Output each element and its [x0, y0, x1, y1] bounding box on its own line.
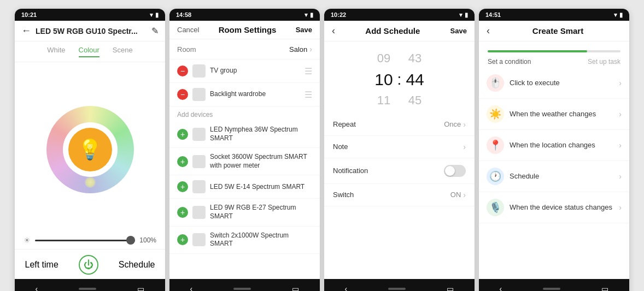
s2-header: Cancel Room Settings Save	[169, 21, 320, 39]
note-row[interactable]: Note ›	[324, 136, 475, 158]
nav-home-3[interactable]	[388, 288, 406, 290]
led5w-name: LED 5W E-14 Spectrum SMART	[210, 183, 312, 192]
option-device-status[interactable]: 🎙️ When the device status changes ›	[479, 192, 629, 223]
drag-backlight-icon[interactable]: ☰	[305, 90, 312, 100]
switch-row[interactable]: Switch ON ›	[324, 184, 475, 206]
tab-scene[interactable]: Scene	[113, 46, 133, 57]
screen-3-add-schedule: 10:22 ▾ ▮ ‹ Add Schedule Save 09 10 11 :…	[324, 9, 475, 291]
schedule-title: Add Schedule	[365, 26, 420, 35]
nav-back-3[interactable]: ‹	[345, 284, 348, 291]
remove-backlight-button[interactable]: −	[177, 89, 188, 100]
save-button-2[interactable]: Save	[296, 26, 312, 34]
brightness-fill	[35, 240, 135, 241]
note-label: Note	[333, 142, 348, 151]
schedule-label: Schedule	[119, 260, 155, 270]
color-ring[interactable]: 💡	[46, 106, 134, 193]
add-led9w-button[interactable]: +	[177, 207, 188, 218]
spacer-3	[324, 206, 475, 279]
next-min: 45	[408, 92, 421, 109]
screens-container: 10:21 ▾ ▮ ← LED 5W RGB GU10 Spectr... ✎ …	[6, 0, 638, 291]
edit-icon-1[interactable]: ✎	[151, 26, 159, 36]
add-nymphea-button[interactable]: +	[177, 129, 188, 140]
screen-4-create-smart: 14:51 ▾ ▮ ‹ Create Smart Set a condition…	[479, 9, 629, 291]
device-title-1: LED 5W RGB GU10 Spectr...	[36, 27, 147, 35]
time-picker[interactable]: 09 10 11 : 43 44 45	[324, 41, 475, 114]
chevron-device-status: ›	[619, 203, 622, 212]
backlight-icon	[192, 88, 206, 101]
device-row-tv: − TV group ☰	[169, 60, 320, 83]
add-device-nymphea[interactable]: + LED Nymphea 36W Spectrum SMART	[169, 121, 320, 148]
add-socket-button[interactable]: +	[177, 156, 188, 167]
add-device-socket[interactable]: + Socket 3600W Spectrum SMART with power…	[169, 148, 320, 175]
power-button-item[interactable]: ⏻	[79, 255, 98, 275]
nav-home-4[interactable]	[543, 288, 560, 290]
brightness-thumb[interactable]	[126, 236, 135, 245]
option-location[interactable]: 📍 When the location changes ›	[479, 130, 629, 161]
repeat-row[interactable]: Repeat Once ›	[324, 114, 475, 136]
repeat-label: Repeat	[333, 120, 356, 128]
option-weather[interactable]: ☀️ When the weather changes ›	[479, 99, 629, 130]
weather-icon: ☀️	[487, 105, 504, 123]
status-icons-3: ▾ ▮	[459, 11, 468, 19]
room-label: Room	[177, 45, 196, 54]
back-button-1[interactable]: ←	[21, 25, 31, 37]
power-button[interactable]: ⏻	[79, 255, 98, 275]
option-schedule[interactable]: 🕐 Schedule ›	[479, 161, 629, 192]
left-time-label: Left time	[25, 260, 58, 270]
prev-min: 43	[408, 50, 421, 67]
cancel-button-2[interactable]: Cancel	[177, 26, 199, 34]
nav-back-2[interactable]: ‹	[190, 284, 193, 291]
progress-bar-container	[479, 41, 629, 55]
back-button-4[interactable]: ‹	[487, 25, 490, 37]
nav-recent-4[interactable]: ▭	[601, 284, 608, 291]
bulb-icon: 💡	[78, 138, 102, 161]
color-wheel[interactable]: 💡	[15, 68, 165, 231]
schedule-item[interactable]: Schedule	[119, 260, 155, 270]
add-led5w-button[interactable]: +	[177, 181, 188, 192]
brightness-track[interactable]	[35, 240, 135, 241]
nav-back-4[interactable]: ‹	[500, 284, 502, 291]
add-device-switch[interactable]: + Switch 2x1000W Spectrum SMART	[169, 227, 320, 254]
schedule-emoji: 🕐	[489, 170, 501, 182]
add-device-led9w[interactable]: + LED 9W RGB E-27 Spectrum SMART	[169, 199, 320, 226]
status-bar-3: 10:22 ▾ ▮	[324, 9, 475, 21]
nav-home-1[interactable]	[79, 288, 96, 290]
repeat-value: Once ›	[444, 120, 466, 129]
remove-tv-button[interactable]: −	[177, 66, 188, 76]
add-switch-button[interactable]: +	[177, 234, 188, 245]
weather-emoji: ☀️	[489, 108, 501, 120]
chevron-execute: ›	[619, 79, 622, 87]
notification-label: Notification	[333, 167, 368, 175]
nav-recent-1[interactable]: ▭	[137, 284, 144, 291]
back-button-3[interactable]: ‹	[332, 25, 335, 37]
chevron-weather: ›	[619, 110, 622, 118]
nymphea-icon	[192, 128, 206, 141]
status-bar-1: 10:21 ▾ ▮	[15, 9, 165, 21]
room-row[interactable]: Room Salon ›	[169, 39, 320, 60]
color-dot[interactable]	[85, 177, 96, 188]
condition-label: Set a condition	[488, 58, 531, 66]
switch-label: Switch	[333, 191, 354, 199]
curr-hour[interactable]: 10	[374, 68, 393, 91]
option-click-execute[interactable]: 🖱️ Click to execute ›	[479, 68, 629, 99]
curr-min[interactable]: 44	[406, 68, 424, 91]
notification-toggle[interactable]	[444, 165, 466, 177]
status-icons-2: ▾ ▮	[305, 11, 313, 19]
switch-value-text: ON	[450, 191, 461, 199]
nav-home-2[interactable]	[233, 288, 251, 290]
battery-icon-2: ▮	[310, 11, 313, 19]
status-time-1: 10:21	[21, 11, 37, 18]
brightness-icon: ☀	[24, 236, 31, 245]
nav-back-1[interactable]: ‹	[36, 284, 38, 291]
tab-white[interactable]: White	[47, 46, 65, 57]
status-time-2: 14:58	[176, 11, 191, 18]
add-device-led5w[interactable]: + LED 5W E-14 Spectrum SMART	[169, 175, 320, 199]
nav-recent-3[interactable]: ▭	[447, 284, 454, 291]
save-button-3[interactable]: Save	[450, 27, 467, 35]
left-time-item[interactable]: Left time	[25, 260, 58, 270]
tab-colour[interactable]: Colour	[79, 46, 99, 57]
chevron-note: ›	[463, 142, 466, 151]
drag-tv-icon[interactable]: ☰	[305, 66, 312, 76]
nav-recent-2[interactable]: ▭	[292, 284, 299, 291]
led9w-icon	[192, 206, 206, 219]
